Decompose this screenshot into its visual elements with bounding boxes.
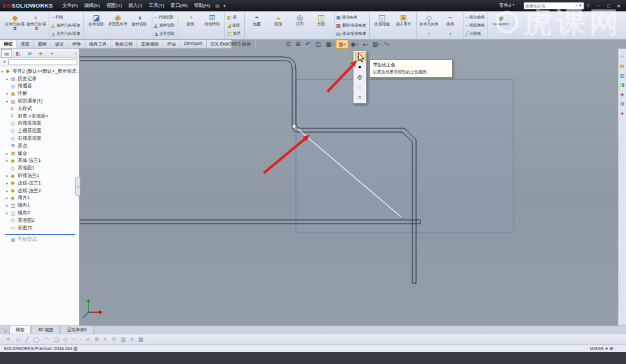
ribbon-button[interactable]: ⊞ 线性阵列 — [202, 13, 223, 39]
ribbon-button[interactable]: ◪ 拉伸切除 — [86, 13, 107, 39]
tree-item[interactable]: ◇ 基准面1 — [0, 164, 79, 172]
mirror-icon[interactable]: ▥ — [121, 336, 126, 343]
line-icon[interactable]: ╱ — [25, 336, 28, 343]
ribbon-button[interactable]: ◱ 比例缩放 — [372, 13, 393, 39]
document-tab[interactable]: 运动算例1 — [61, 325, 94, 334]
ribbon-button[interactable]: ╱ 分割线 — [465, 30, 486, 37]
relations-icon[interactable]: ≡ — [130, 336, 133, 343]
panel-splitter-handle[interactable]: ◂ — [75, 177, 80, 196]
grid-icon[interactable]: ▦ — [138, 336, 144, 343]
tree-item[interactable]: ◇ 基准面2 — [0, 217, 79, 224]
wireframe-icon[interactable]: ○ — [355, 93, 365, 102]
status-grid-icon[interactable]: ⊞ — [610, 346, 613, 351]
expander-icon[interactable]: ▸ — [6, 189, 11, 193]
menu-item[interactable]: 文件(F) — [59, 3, 82, 9]
dimxpertmanager-tab[interactable]: ◈ — [35, 49, 46, 58]
tree-item[interactable]: ▦ 平板型式 — [0, 236, 79, 244]
menu-item[interactable]: 帮助(H) — [191, 3, 213, 9]
tree-item[interactable]: ▸ ◆ 斜接法兰1 — [0, 172, 79, 179]
commandmanager-tab[interactable]: 钣金 — [51, 40, 68, 48]
help-icon[interactable]: ? — [587, 3, 589, 9]
ribbon-button[interactable]: ◎ 压凹 — [290, 13, 310, 39]
tree-item[interactable]: ◇ 前视基准面 — [0, 120, 79, 128]
hidden-lines-visible-icon[interactable]: ◌ — [355, 83, 365, 92]
ribbon-button[interactable]: ▩ 删除/保留实体 — [336, 22, 367, 30]
apply-scene-icon[interactable]: ▨ ▾ — [371, 39, 382, 49]
commandmanager-tab[interactable]: 数据迁移 — [111, 40, 137, 48]
ribbon-button[interactable]: ▣ 插入零件 — [393, 13, 414, 39]
ribbon-button[interactable]: ◈ Instant3D — [490, 13, 511, 39]
section-view-icon[interactable]: ◫ — [314, 39, 324, 49]
displaymanager-tab[interactable]: ◐ — [47, 49, 58, 58]
ribbon-button[interactable]: ~ 曲线 ▾ — [440, 13, 461, 39]
commandmanager-tab[interactable]: SOLIDWORKS 插件 — [207, 40, 255, 48]
tree-item[interactable]: ▸ ▤ 历史记录 — [0, 75, 79, 83]
window-button[interactable]: ✕ — [614, 2, 623, 10]
tree-item[interactable]: ⊕ 原点 — [0, 142, 79, 150]
tree-item[interactable]: ▸ ◫ 镜向1 — [0, 202, 79, 209]
filter-funnel-icon[interactable]: ▼ — [3, 60, 6, 64]
tree-item[interactable]: ◇ 右视基准面 — [0, 135, 79, 142]
arc-icon[interactable]: ◠ — [44, 336, 49, 343]
configurationmanager-tab[interactable]: ⊞ — [24, 49, 35, 58]
zoom-area-icon[interactable]: ⊞ — [294, 39, 304, 49]
ribbon-button[interactable]: ~ 组合曲线 — [465, 14, 486, 21]
tree-item[interactable]: ◇ 上视基准面 — [0, 127, 79, 135]
ribbon-button[interactable]: ◓ 包覆 — [247, 13, 267, 39]
tree-item[interactable] — [5, 233, 75, 235]
pattern-icon[interactable]: ⊞ — [94, 336, 99, 343]
unit-system-label[interactable]: MMGS — [590, 346, 604, 351]
expander-icon[interactable]: ▸ — [6, 203, 11, 207]
ribbon-button[interactable]: ~ 扫描切除 — [154, 14, 176, 21]
ribbon-button[interactable]: ~ 投影曲线 — [465, 22, 486, 30]
text-icon[interactable]: A — [86, 336, 90, 343]
menu-item[interactable]: 插入(I) — [125, 3, 145, 9]
tree-item[interactable]: ▭ 草图22 — [0, 224, 79, 232]
expander-icon[interactable]: ▸ — [6, 92, 11, 95]
tree-item[interactable]: ▸ ◆ 边线-法兰1 — [0, 179, 79, 187]
tree-item[interactable]: ▸ ◫ 镜向2 — [0, 209, 79, 217]
ribbon-button[interactable]: ◢ 拔模 — [227, 22, 242, 30]
tab-nav-icon[interactable]: « — [2, 329, 9, 334]
ribbon-button[interactable]: ◭ 放样切割 — [154, 22, 176, 30]
edit-appearance-icon[interactable]: ◒ ▾ — [360, 39, 370, 49]
ribbon-button[interactable]: ~ 扫描 — [51, 14, 82, 21]
expander-icon[interactable]: ▸ — [6, 174, 11, 178]
search-box[interactable]: ⌕ ▾ — [524, 2, 584, 9]
commandmanager-tab[interactable]: 模具工具 — [85, 40, 111, 48]
ribbon-button[interactable]: ◆ 拉伸凸台/基体 — [4, 13, 25, 39]
search-caret-icon[interactable]: ▾ — [579, 3, 582, 8]
tree-item[interactable]: ▸ ▦ 钣金 — [0, 150, 79, 157]
expander-icon[interactable]: ▸ — [6, 211, 11, 215]
tree-item[interactable]: ◎ 传感器 — [0, 83, 79, 90]
ribbon-button[interactable]: ◮ 边界切除 — [154, 30, 176, 37]
resources-icon[interactable]: ⌂ — [621, 54, 624, 59]
tree-item[interactable]: ▾ ◆ 零件2 (默认<<默认>_显示状态 1>) — [0, 68, 79, 75]
expander-icon[interactable]: ▸ — [6, 99, 11, 103]
document-tab[interactable]: 模型 — [9, 325, 31, 334]
expander-icon[interactable]: ▸ — [6, 196, 11, 200]
propertymanager-tab[interactable]: ◧ — [13, 49, 23, 58]
unit-caret-icon[interactable]: ▾ — [606, 346, 608, 351]
ribbon-button[interactable]: ◫ 分割 — [311, 13, 332, 39]
display-style-icon[interactable]: ◍ ▾ — [336, 39, 348, 49]
commandmanager-tab[interactable]: 直接编辑 — [137, 40, 163, 48]
ribbon-button[interactable]: ◉ 异型孔向导 — [107, 13, 128, 39]
ribbon-button[interactable]: ◑ 旋转切除 — [129, 13, 150, 39]
ribbon-button[interactable]: ◮ 边界凸台/基体 — [51, 30, 82, 37]
point-icon[interactable]: · — [80, 336, 82, 343]
circle-icon[interactable]: ◯ — [33, 336, 39, 343]
featuremanager-tab[interactable]: ▤ — [1, 49, 12, 58]
hide-show-items-icon[interactable]: ◉ ▾ — [349, 39, 360, 49]
commandmanager-tab[interactable]: 草图 — [17, 40, 34, 48]
window-button[interactable]: □ — [604, 2, 613, 10]
rectangle-icon[interactable]: ▢ — [53, 336, 59, 343]
commandmanager-tab[interactable]: 特征 — [0, 40, 17, 48]
filter-input[interactable] — [8, 59, 77, 65]
tree-item[interactable]: ▸ ▤ 切割清单(1) — [0, 97, 79, 105]
graphics-viewport[interactable] — [80, 49, 618, 325]
view-orientation-icon[interactable]: ▦ ▾ — [324, 39, 335, 49]
tree-item[interactable]: ▸ ◆ 边线-法兰2 — [0, 187, 79, 195]
menu-item[interactable]: 窗口(W) — [168, 3, 191, 9]
commandmanager-tab[interactable]: 评估 — [163, 40, 180, 48]
